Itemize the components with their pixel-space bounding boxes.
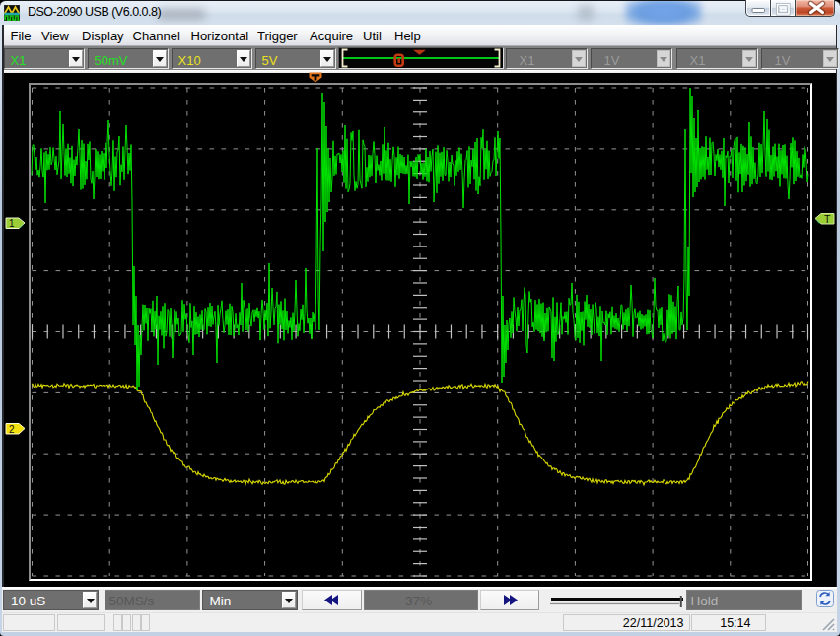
svg-text:1: 1 xyxy=(9,218,15,229)
svg-text:T: T xyxy=(824,213,831,225)
svg-text:2: 2 xyxy=(9,424,15,435)
